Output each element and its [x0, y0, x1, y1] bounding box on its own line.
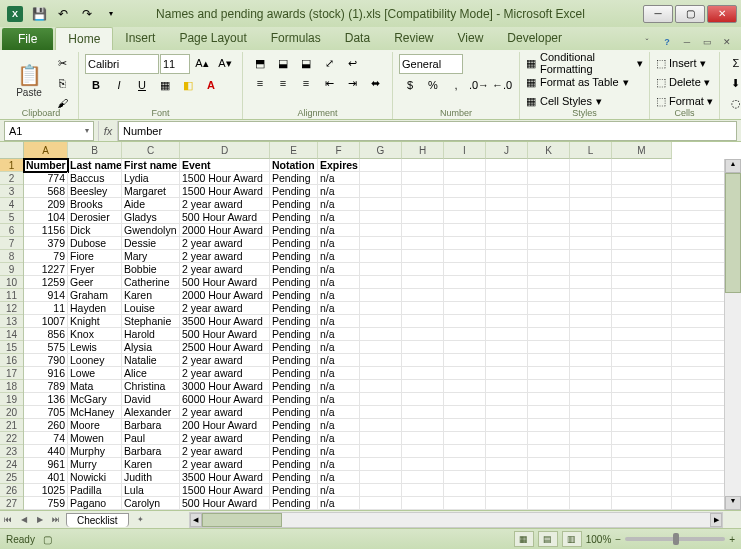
cell[interactable]: [528, 237, 570, 250]
cell[interactable]: n/a: [318, 484, 360, 497]
cell[interactable]: [486, 198, 528, 211]
cut-icon[interactable]: ✂: [52, 54, 72, 72]
cell[interactable]: [402, 354, 444, 367]
cell[interactable]: [570, 289, 612, 302]
cell[interactable]: [486, 471, 528, 484]
cell[interactable]: [402, 185, 444, 198]
cell[interactable]: [360, 159, 402, 172]
cell[interactable]: [570, 198, 612, 211]
cell[interactable]: Knox: [68, 328, 122, 341]
cell[interactable]: [360, 432, 402, 445]
cell[interactable]: [360, 354, 402, 367]
cell[interactable]: [360, 224, 402, 237]
cell[interactable]: Pending: [270, 432, 318, 445]
cell[interactable]: [444, 445, 486, 458]
cell[interactable]: [402, 406, 444, 419]
cell[interactable]: n/a: [318, 224, 360, 237]
cell[interactable]: [402, 224, 444, 237]
row-header-6[interactable]: 6: [0, 224, 23, 237]
cell[interactable]: 401: [24, 471, 68, 484]
cell[interactable]: 916: [24, 367, 68, 380]
cell[interactable]: [486, 250, 528, 263]
cell[interactable]: [612, 302, 672, 315]
cell[interactable]: Alexander: [122, 406, 180, 419]
cell[interactable]: [402, 484, 444, 497]
cell[interactable]: n/a: [318, 250, 360, 263]
help-icon[interactable]: ?: [657, 34, 677, 50]
cell[interactable]: [486, 211, 528, 224]
cell[interactable]: [528, 393, 570, 406]
cell[interactable]: Pending: [270, 328, 318, 341]
cell[interactable]: Lydia: [122, 172, 180, 185]
cell[interactable]: [444, 328, 486, 341]
cell[interactable]: [612, 406, 672, 419]
scroll-up-icon[interactable]: ▲: [725, 159, 741, 173]
row-header-25[interactable]: 25: [0, 471, 23, 484]
cell[interactable]: Looney: [68, 354, 122, 367]
cell[interactable]: 790: [24, 354, 68, 367]
cell[interactable]: Natalie: [122, 354, 180, 367]
cell[interactable]: [486, 302, 528, 315]
cell[interactable]: 759: [24, 497, 68, 510]
row-header-7[interactable]: 7: [0, 237, 23, 250]
cell[interactable]: 2 year award: [180, 367, 270, 380]
cell[interactable]: [570, 302, 612, 315]
cell[interactable]: [360, 367, 402, 380]
hscroll-thumb[interactable]: [202, 513, 282, 527]
cell[interactable]: [528, 250, 570, 263]
cell[interactable]: n/a: [318, 185, 360, 198]
cell[interactable]: [570, 471, 612, 484]
cell[interactable]: n/a: [318, 237, 360, 250]
cell[interactable]: Pending: [270, 315, 318, 328]
cell[interactable]: [444, 432, 486, 445]
cell[interactable]: [444, 471, 486, 484]
cell[interactable]: Pending: [270, 380, 318, 393]
cell[interactable]: 1025: [24, 484, 68, 497]
cell[interactable]: Notation: [270, 159, 318, 172]
col-header-J[interactable]: J: [486, 142, 528, 159]
cell[interactable]: Margaret: [122, 185, 180, 198]
cell[interactable]: [360, 328, 402, 341]
cell[interactable]: n/a: [318, 354, 360, 367]
cell[interactable]: Alice: [122, 367, 180, 380]
cell[interactable]: [402, 263, 444, 276]
cell[interactable]: 1156: [24, 224, 68, 237]
cell[interactable]: [570, 211, 612, 224]
cell[interactable]: David: [122, 393, 180, 406]
normal-view-icon[interactable]: ▦: [514, 531, 534, 547]
cell[interactable]: [486, 237, 528, 250]
increase-font-icon[interactable]: A▴: [191, 54, 213, 72]
scroll-down-icon[interactable]: ▼: [725, 496, 741, 510]
cell[interactable]: 1500 Hour Award: [180, 172, 270, 185]
cell[interactable]: [444, 302, 486, 315]
cell[interactable]: [486, 497, 528, 510]
row-header-13[interactable]: 13: [0, 315, 23, 328]
cell[interactable]: 3500 Hour Award: [180, 315, 270, 328]
row-header-11[interactable]: 11: [0, 289, 23, 302]
undo-icon[interactable]: ↶: [52, 3, 74, 25]
cell[interactable]: 3500 Hour Award: [180, 471, 270, 484]
cell[interactable]: McHaney: [68, 406, 122, 419]
cell[interactable]: 79: [24, 250, 68, 263]
cell[interactable]: Pending: [270, 172, 318, 185]
cell[interactable]: [528, 315, 570, 328]
cell[interactable]: [486, 276, 528, 289]
col-header-I[interactable]: I: [444, 142, 486, 159]
cell[interactable]: Lowe: [68, 367, 122, 380]
col-header-E[interactable]: E: [270, 142, 318, 159]
italic-button[interactable]: I: [108, 76, 130, 94]
cell[interactable]: [486, 263, 528, 276]
cell[interactable]: [486, 224, 528, 237]
row-header-17[interactable]: 17: [0, 367, 23, 380]
cell[interactable]: Baccus: [68, 172, 122, 185]
cell[interactable]: Mowen: [68, 432, 122, 445]
row-header-21[interactable]: 21: [0, 419, 23, 432]
cell[interactable]: [570, 185, 612, 198]
cell[interactable]: [528, 458, 570, 471]
cell[interactable]: Pending: [270, 406, 318, 419]
cell[interactable]: [402, 302, 444, 315]
row-header-10[interactable]: 10: [0, 276, 23, 289]
row-header-20[interactable]: 20: [0, 406, 23, 419]
cell[interactable]: [486, 367, 528, 380]
cell[interactable]: Pagano: [68, 497, 122, 510]
